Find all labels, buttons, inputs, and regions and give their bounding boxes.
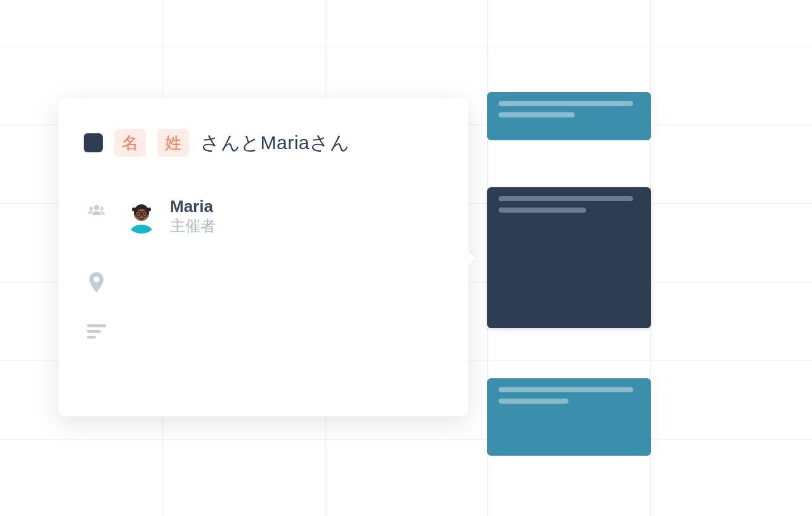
svg-point-2 [100, 207, 104, 211]
attendee-name: Maria [170, 197, 216, 216]
event-details-popover: 名 姓 さんとMariaさん [58, 98, 468, 416]
attendee-text: Maria 主催者 [170, 197, 216, 235]
description-section[interactable] [84, 321, 443, 340]
attendees-icon [84, 197, 109, 220]
grid-row-line [0, 46, 812, 46]
event-title-placeholder [499, 196, 633, 201]
location-icon [84, 268, 109, 293]
event-title-text[interactable]: さんとMariaさん [200, 130, 350, 156]
svg-rect-12 [87, 324, 106, 327]
event-title-placeholder [499, 101, 633, 106]
svg-point-10 [138, 213, 140, 215]
svg-point-0 [94, 205, 99, 210]
calendar-event[interactable] [487, 92, 651, 140]
attendee-row[interactable]: Maria 主催者 [124, 197, 216, 235]
svg-point-5 [132, 208, 136, 211]
event-color-swatch[interactable] [84, 133, 103, 152]
description-icon [84, 321, 109, 340]
event-subtitle-placeholder [499, 112, 575, 117]
popover-arrow [467, 249, 476, 267]
svg-point-6 [147, 208, 151, 211]
calendar-event[interactable] [487, 378, 651, 456]
svg-rect-13 [87, 330, 101, 333]
last-name-token-chip[interactable]: 姓 [157, 129, 189, 157]
first-name-token-chip[interactable]: 名 [114, 129, 146, 157]
svg-point-1 [89, 207, 93, 211]
grid-row-line [0, 439, 812, 440]
attendees-section: Maria 主催者 [84, 197, 443, 235]
calendar-event-selected[interactable] [487, 187, 651, 328]
event-subtitle-placeholder [499, 208, 586, 213]
attendee-role: 主催者 [170, 216, 216, 235]
event-title-placeholder [499, 387, 633, 392]
svg-rect-14 [87, 336, 96, 339]
event-title-row: 名 姓 さんとMariaさん [84, 129, 443, 157]
svg-point-11 [144, 213, 146, 215]
event-subtitle-placeholder [499, 399, 568, 404]
attendee-avatar [124, 199, 159, 234]
location-section[interactable] [84, 268, 443, 293]
